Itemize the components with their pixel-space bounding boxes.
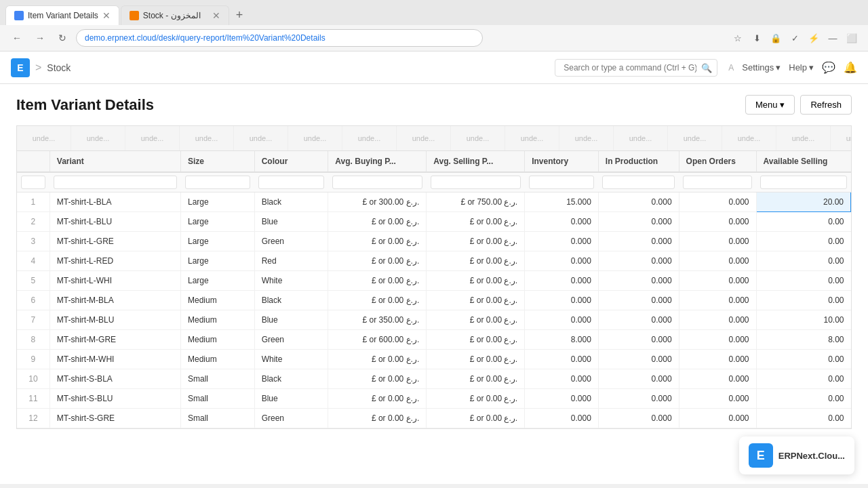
cell-size-11: Small	[181, 409, 255, 428]
col-avg-buying[interactable]: Avg. Buying P...	[328, 151, 427, 172]
cell-colour-10: Blue	[254, 389, 328, 409]
filter-in-production-input[interactable]	[602, 176, 675, 189]
back-button[interactable]: ←	[8, 31, 26, 45]
reload-button[interactable]: ↻	[54, 31, 71, 45]
help-button[interactable]: Help ▾	[789, 62, 814, 73]
filter-avg-buying-input[interactable]	[332, 176, 422, 189]
col-variant[interactable]: Variant	[50, 151, 180, 172]
filter-num-input[interactable]	[21, 176, 45, 189]
cell-variant-7: MT-shirt-M-GRE	[50, 330, 180, 350]
cell-inventory-1: 0.000	[525, 212, 599, 232]
cell-colour-1: Blue	[254, 212, 328, 232]
cell-colour-3: Red	[254, 251, 328, 271]
col-size[interactable]: Size	[181, 151, 255, 172]
breadcrumb-stock[interactable]: Stock	[47, 62, 71, 73]
cell-variant-0: MT-shirt-L-BLA	[50, 192, 180, 212]
table-row: 3 MT-shirt-L-GRE Large Green £ or 0.00 ر…	[17, 232, 851, 251]
filter-cell-16: unde...	[831, 126, 852, 150]
filter-open-orders	[679, 172, 756, 192]
cell-available-selling-10: 0.00	[756, 389, 850, 409]
filter-available-selling-input[interactable]	[760, 176, 846, 189]
search-icon[interactable]: 🔍	[701, 62, 712, 73]
url-bar[interactable]	[76, 29, 483, 47]
cell-num-2: 3	[17, 232, 50, 251]
cell-num-10: 11	[17, 389, 50, 409]
filter-variant-input[interactable]	[54, 176, 176, 189]
extension-icon-1[interactable]: ⬇	[749, 30, 765, 46]
col-avg-selling[interactable]: Avg. Selling P...	[427, 151, 525, 172]
menu-button[interactable]: Menu ▾	[745, 95, 795, 115]
filter-size	[181, 172, 255, 192]
menu-chevron-icon: ▾	[780, 100, 785, 110]
filter-open-orders-input[interactable]	[683, 176, 752, 189]
cell-variant-8: MT-shirt-M-WHI	[50, 350, 180, 369]
cell-open-orders-9: 0.000	[679, 369, 756, 389]
help-label: Help	[789, 62, 807, 73]
cell-size-1: Large	[181, 212, 255, 232]
bookmark-icon[interactable]: ☆	[730, 30, 746, 46]
notification-icon[interactable]: 🔔	[844, 61, 857, 74]
cell-colour-8: White	[254, 350, 328, 369]
filter-colour-input[interactable]	[258, 176, 324, 189]
cell-inventory-8: 0.000	[525, 350, 599, 369]
filter-cell-11: unde...	[559, 126, 614, 150]
cell-open-orders-10: 0.000	[679, 389, 756, 409]
table-row: 6 MT-shirt-M-BLA Medium Black £ or 0.00 …	[17, 291, 851, 310]
tab-stock[interactable]: Stock - المخزون ✕	[121, 5, 229, 25]
col-open-orders[interactable]: Open Orders	[679, 151, 756, 172]
cell-available-selling-2: 0.00	[756, 232, 850, 251]
cell-num-4: 5	[17, 271, 50, 291]
col-inventory[interactable]: Inventory	[525, 151, 599, 172]
extension-icon-3[interactable]: ✓	[787, 30, 803, 46]
cell-available-selling-1: 0.00	[756, 212, 850, 232]
cell-variant-9: MT-shirt-S-BLA	[50, 369, 180, 389]
filter-avg-buying	[328, 172, 427, 192]
search-input[interactable]	[555, 59, 717, 77]
new-tab-button[interactable]: +	[231, 8, 249, 22]
filter-colour	[254, 172, 328, 192]
cell-in-production-9: 0.000	[598, 369, 679, 389]
help-chevron: ▾	[809, 62, 814, 73]
tab-close-1[interactable]: ✕	[102, 10, 111, 21]
chat-icon[interactable]: 💬	[822, 61, 835, 74]
filter-cell-6: unde...	[288, 126, 342, 150]
cell-inventory-9: 0.000	[525, 369, 599, 389]
table-row: 10 MT-shirt-S-BLA Small Black £ or 0.00 …	[17, 369, 851, 389]
filter-size-input[interactable]	[185, 176, 251, 189]
refresh-button[interactable]: Refresh	[800, 95, 852, 115]
col-num	[17, 151, 50, 172]
cell-avg-selling-10: £ or 0.00 ر.ع.	[427, 389, 525, 409]
col-in-production[interactable]: In Production	[598, 151, 679, 172]
extension-icon-4[interactable]: ⚡	[806, 30, 822, 46]
filter-num	[17, 172, 50, 192]
tab-item-variant-details[interactable]: Item Variant Details ✕	[5, 5, 119, 25]
table-row: 4 MT-shirt-L-RED Large Red £ or 0.00 ر.ع…	[17, 251, 851, 271]
filter-cell-9: unde...	[451, 126, 505, 150]
table-header-row: Variant Size Colour Avg. Buying P... Avg…	[17, 151, 851, 172]
cell-available-selling-8: 0.00	[756, 350, 850, 369]
forward-button[interactable]: →	[31, 31, 49, 45]
app-logo[interactable]: E	[11, 58, 30, 77]
table-row: 12 MT-shirt-S-GRE Small Green £ or 0.00 …	[17, 409, 851, 428]
cell-avg-buying-2: £ or 0.00 ر.ع.	[328, 232, 427, 251]
erp-text: ERPNext.Clou...	[778, 451, 845, 461]
col-colour[interactable]: Colour	[254, 151, 328, 172]
settings-button[interactable]: Settings ▾	[742, 62, 781, 73]
filter-avg-selling-input[interactable]	[431, 176, 521, 189]
extension-icon-2[interactable]: 🔒	[768, 30, 784, 46]
filter-cell-5: unde...	[234, 126, 288, 150]
filter-inventory-input[interactable]	[529, 176, 595, 189]
minimize-button[interactable]: —	[825, 30, 841, 46]
filter-cell-1: unde...	[17, 126, 71, 150]
col-available-selling[interactable]: Available Selling	[756, 151, 850, 172]
cell-in-production-5: 0.000	[598, 291, 679, 310]
tab-close-2[interactable]: ✕	[212, 10, 220, 21]
table-row: 5 MT-shirt-L-WHI Large White £ or 0.00 ر…	[17, 271, 851, 291]
table-body: 1 MT-shirt-L-BLA Large Black £ or 300.00…	[17, 192, 851, 428]
cell-open-orders-2: 0.000	[679, 232, 756, 251]
maximize-button[interactable]: ⬜	[844, 30, 860, 46]
filter-inventory	[525, 172, 599, 192]
cell-avg-selling-0: £ or 750.00 ر.ع.	[427, 192, 525, 212]
cell-size-10: Small	[181, 389, 255, 409]
cell-inventory-7: 8.000	[525, 330, 599, 350]
